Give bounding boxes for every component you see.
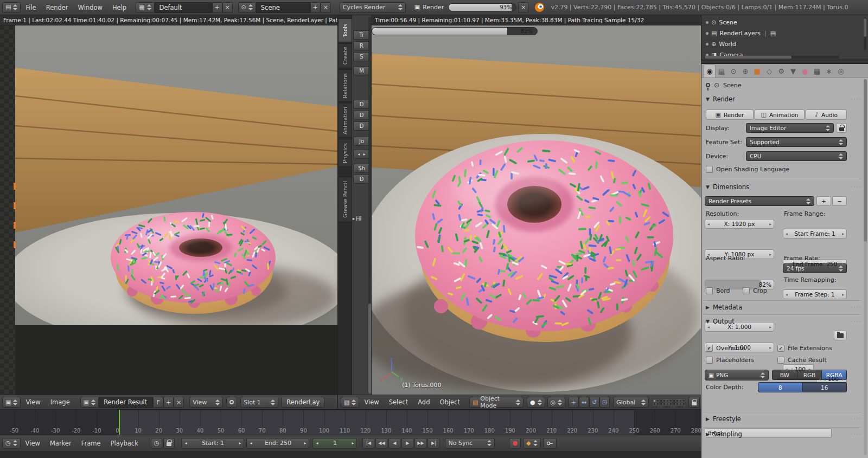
border-checkbox[interactable]	[706, 287, 713, 294]
stepper-right-icon[interactable]: ▸	[842, 231, 844, 236]
image-datablock-name[interactable]: Render Result	[99, 397, 153, 408]
current-frame-field[interactable]: ◂ 1 ▸	[312, 438, 357, 449]
play-button[interactable]: ▶	[401, 438, 413, 449]
dimensions-panel-header[interactable]: ▼Dimensions	[706, 183, 749, 191]
properties-tab-world[interactable]: ⊕	[739, 64, 751, 78]
translate-manipulator-button[interactable]: ↔	[579, 397, 589, 408]
layer-cell[interactable]	[656, 399, 659, 402]
properties-tab-constraints[interactable]: ◇	[763, 64, 775, 78]
properties-tab-render[interactable]: ◉	[704, 64, 716, 78]
manipulator-toggle-button[interactable]: +	[569, 397, 579, 408]
tool-shelf-stepper[interactable]: ◂ ▸	[353, 150, 370, 159]
layer-cell[interactable]	[673, 399, 675, 402]
timeline-ruler[interactable]: -50-40-30-20-100102030405060708090100110…	[0, 409, 701, 435]
menu-help[interactable]: Help	[107, 4, 131, 11]
layers-widget[interactable]	[653, 399, 685, 405]
start-frame-field[interactable]: ◂Start Frame: 1▸	[783, 229, 847, 238]
area-splitter[interactable]	[701, 60, 868, 64]
tool-shelf-scrollbar[interactable]	[368, 17, 371, 392]
stepper-left-icon[interactable]: ◂	[250, 441, 252, 446]
lock-interface-button[interactable]	[836, 123, 847, 133]
color-depth-8[interactable]: 8	[758, 382, 803, 392]
tool-shelf-tab-grease-pencil[interactable]: Grease Pencil	[338, 177, 352, 222]
disclosure-dot[interactable]	[706, 21, 709, 24]
mode-dropdown[interactable]: ▧ Object Mode	[469, 397, 524, 408]
screen-layout-name[interactable]: Default	[155, 2, 212, 13]
add-layout-button[interactable]: +	[212, 2, 222, 13]
tool-shelf-button-jo-7[interactable]: Jo	[353, 137, 370, 146]
render-slot-dropdown[interactable]: Slot 1	[240, 397, 278, 408]
screen-layout-browse-button[interactable]: ▦	[136, 2, 154, 13]
layer-cell[interactable]	[653, 403, 656, 405]
view3d-menu-object[interactable]: Object	[435, 398, 464, 406]
tool-shelf-button-d-5[interactable]: D	[353, 111, 370, 120]
layer-cell[interactable]	[682, 403, 685, 405]
scene-name[interactable]: Scene	[256, 2, 310, 13]
outliner-item-renderlayers[interactable]: ▤RenderLayers|▤	[701, 28, 868, 38]
menu-file[interactable]: File	[21, 4, 41, 11]
menu-render[interactable]: Render	[41, 4, 73, 11]
aspect-x-field[interactable]: ◂X: 1.000▸	[705, 322, 774, 332]
tool-shelf-button-s-2[interactable]: S	[353, 52, 370, 61]
sync-mode-dropdown[interactable]: No Sync	[445, 438, 495, 449]
view3d-menu-select[interactable]: Select	[384, 398, 413, 406]
rotate-manipulator-button[interactable]: ↺	[589, 397, 599, 408]
step-right-icon[interactable]: ▸	[363, 152, 366, 157]
layer-cell[interactable]	[656, 403, 659, 405]
layer-cell[interactable]	[660, 403, 662, 405]
scene-browse-button[interactable]: ⊙	[238, 2, 256, 13]
orientation-dropdown[interactable]: Global	[613, 397, 649, 408]
layer-cell[interactable]	[666, 399, 669, 402]
image-menu-view[interactable]: View	[21, 398, 45, 406]
start-frame-field[interactable]: ◂ Start: 1 ▸	[181, 438, 244, 449]
insert-keyframe-button[interactable]	[543, 438, 557, 449]
panel-grip[interactable]: ····	[851, 183, 863, 190]
panel-grip[interactable]: ····	[851, 95, 863, 102]
layer-cell[interactable]	[663, 403, 666, 405]
placeholders-checkbox[interactable]	[706, 357, 713, 364]
outliner-hscrollbar[interactable]	[704, 56, 839, 59]
browse-folder-button[interactable]	[834, 331, 847, 340]
editor-type-timeline-button[interactable]: ◷	[2, 438, 21, 449]
layer-cell[interactable]	[666, 403, 669, 405]
frame-step-field[interactable]: ◂Frame Step: 1▸	[783, 289, 847, 299]
layer-cell[interactable]	[673, 403, 675, 405]
display-dropdown[interactable]: Image Editor	[746, 123, 834, 133]
properties-tab-render-layers[interactable]: ▤	[716, 64, 727, 78]
history-panel-header[interactable]: ▸ Hi	[353, 216, 361, 222]
close-scene-button[interactable]: ×	[321, 2, 331, 13]
properties-tab-data[interactable]: ▼	[787, 64, 799, 78]
remove-preset-button[interactable]: −	[832, 196, 847, 206]
outliner-scrollbar[interactable]	[864, 17, 866, 50]
layer-cell[interactable]	[679, 399, 682, 402]
image-view-mode-dropdown[interactable]: View	[189, 397, 223, 408]
tool-shelf-button-sh-8[interactable]: Sh	[353, 164, 370, 173]
properties-tab-texture[interactable]: ▦	[811, 64, 823, 78]
freestyle-panel-header[interactable]: ▶Freestyle	[706, 415, 741, 423]
properties-tab-material[interactable]: ●	[799, 64, 811, 78]
outliner-item-scene[interactable]: ⊙Scene	[701, 17, 868, 28]
tool-shelf-button-r-1[interactable]: R	[353, 41, 370, 50]
view3d-menu-add[interactable]: Add	[413, 398, 435, 406]
osl-checkbox-row[interactable]: Open Shading Language	[706, 166, 789, 173]
panel-grip[interactable]: ····	[851, 430, 863, 437]
layer-cell[interactable]	[676, 399, 679, 402]
render-layer-dropdown[interactable]: RenderLay	[282, 397, 324, 408]
stepper-right-icon[interactable]: ▸	[304, 441, 306, 446]
image-browse-button[interactable]: ▣	[80, 397, 99, 408]
view3d-menu-view[interactable]: View	[359, 398, 384, 406]
timeline-menu-playback[interactable]: Playback	[106, 440, 143, 447]
add-preset-button[interactable]: +	[816, 196, 831, 206]
placeholders-checkbox-row[interactable]: Placeholders	[706, 357, 754, 364]
add-scene-button[interactable]: +	[310, 2, 321, 13]
tool-shelf-button-d-6[interactable]: D	[353, 121, 370, 131]
render-presets-dropdown[interactable]: Render Presets	[705, 196, 814, 206]
layer-cell[interactable]	[682, 399, 685, 402]
render-panel-header[interactable]: ▼Render	[706, 95, 735, 103]
jump-to-start-button[interactable]: |◀	[362, 438, 374, 449]
cancel-render-button[interactable]: ×	[518, 2, 528, 13]
file-extensions-checkbox[interactable]: ✓	[777, 345, 784, 352]
file-format-dropdown[interactable]: ▣ PNG	[705, 370, 769, 380]
stepper-right-icon[interactable]: ▸	[769, 222, 771, 227]
properties-tab-modifiers[interactable]: ⚙	[775, 64, 787, 78]
